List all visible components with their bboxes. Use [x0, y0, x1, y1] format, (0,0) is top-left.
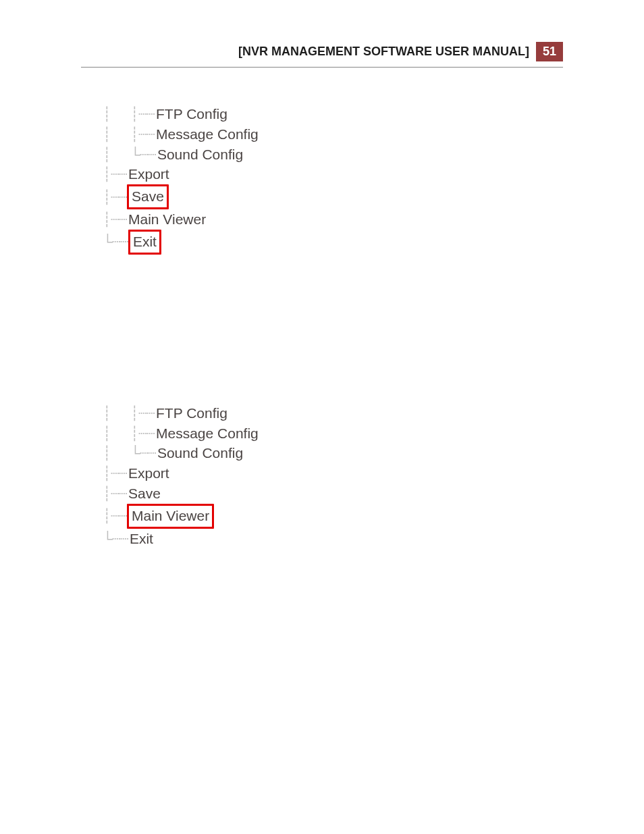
tree-item-label: Main Viewer	[127, 209, 207, 230]
tree-item-label: Message Config	[155, 423, 260, 444]
tree-item-label: Message Config	[155, 124, 260, 145]
tree-item-exit[interactable]: └┈┈ Exit	[103, 529, 644, 549]
tree-item-message-config[interactable]: ┊ ┊┈┈ Message Config	[103, 423, 644, 444]
branch-icon: ┊┈┈	[103, 187, 127, 207]
menu-tree-b: ┊ ┊┈┈ FTP Config ┊ ┊┈┈ Message Config ┊ …	[103, 403, 644, 549]
page-header: [NVR MANAGEMENT SOFTWARE USER MANUAL] 51	[0, 42, 644, 61]
tree-item-label: Save	[127, 484, 162, 504]
tree-item-label: Sound Config	[156, 443, 244, 463]
branch-icon: ┊ ┊┈┈	[103, 104, 155, 124]
page-number: 51	[536, 42, 563, 61]
branch-icon: └┈┈	[103, 232, 128, 252]
tree-item-save[interactable]: ┊┈┈ Save	[103, 484, 644, 504]
tree-item-exit[interactable]: └┈┈ Exit	[103, 230, 644, 255]
tree-item-export[interactable]: ┊┈┈ Export	[103, 463, 644, 484]
tree-item-main-viewer[interactable]: ┊┈┈ Main Viewer	[103, 504, 644, 529]
tree-item-main-viewer[interactable]: ┊┈┈ Main Viewer	[103, 209, 644, 230]
branch-icon: ┊┈┈	[103, 506, 127, 526]
menu-tree-a: ┊ ┊┈┈ FTP Config ┊ ┊┈┈ Message Config ┊ …	[103, 104, 644, 255]
tree-item-label: FTP Config	[155, 403, 229, 423]
page: [NVR MANAGEMENT SOFTWARE USER MANUAL] 51…	[0, 0, 644, 834]
branch-icon: ┊┈┈	[103, 209, 127, 230]
branch-icon: └┈┈	[103, 529, 128, 549]
tree-item-label: Exit	[128, 230, 161, 255]
branch-icon: ┊┈┈	[103, 484, 127, 504]
branch-icon: ┊ ┊┈┈	[103, 423, 155, 444]
tree-item-label: Save	[127, 184, 169, 209]
tree-item-message-config[interactable]: ┊ ┊┈┈ Message Config	[103, 124, 644, 145]
tree-item-label: Export	[127, 463, 171, 484]
tree-item-label: Sound Config	[156, 145, 244, 165]
tree-item-label: Main Viewer	[127, 504, 214, 529]
tree-item-ftp-config[interactable]: ┊ ┊┈┈ FTP Config	[103, 403, 644, 423]
header-rule	[81, 67, 563, 68]
tree-item-ftp-config[interactable]: ┊ ┊┈┈ FTP Config	[103, 104, 644, 124]
branch-icon: ┊ └┈┈	[103, 145, 156, 165]
tree-item-sound-config[interactable]: ┊ └┈┈ Sound Config	[103, 145, 644, 165]
tree-item-sound-config[interactable]: ┊ └┈┈ Sound Config	[103, 443, 644, 463]
branch-icon: ┊ ┊┈┈	[103, 124, 155, 145]
header-title: [NVR MANAGEMENT SOFTWARE USER MANUAL]	[238, 45, 529, 59]
branch-icon: ┊┈┈	[103, 463, 127, 484]
branch-icon: ┊ └┈┈	[103, 443, 156, 463]
tree-item-label: Export	[127, 164, 171, 184]
branch-icon: ┊┈┈	[103, 164, 127, 184]
tree-item-label: Exit	[128, 529, 155, 549]
tree-item-export[interactable]: ┊┈┈ Export	[103, 164, 644, 184]
tree-item-label: FTP Config	[155, 104, 229, 124]
branch-icon: ┊ ┊┈┈	[103, 403, 155, 423]
tree-item-save[interactable]: ┊┈┈ Save	[103, 184, 644, 209]
